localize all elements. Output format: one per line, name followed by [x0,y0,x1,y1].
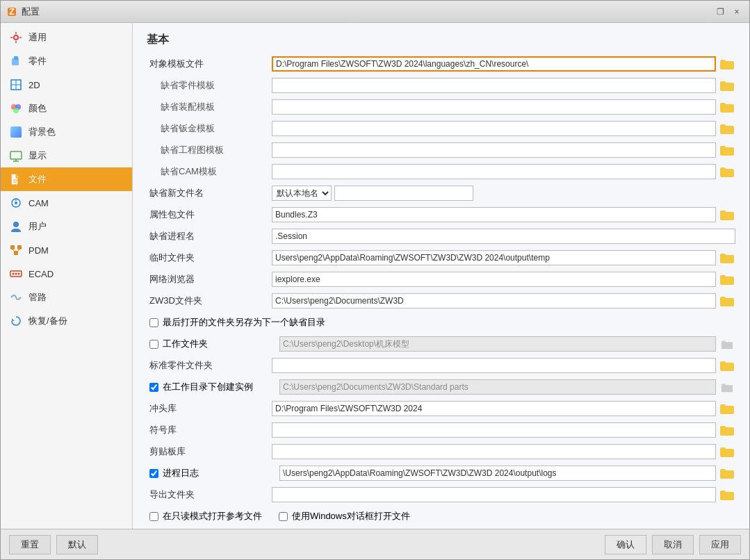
restore-button[interactable]: ❐ [713,5,727,19]
folder-btn-template-file[interactable] [719,56,735,72]
row-drawing-template: 缺省工程图模板 [147,140,735,160]
cb-readonly-ref[interactable] [149,512,158,521]
input-clipboard-lib[interactable] [272,444,716,459]
row-work-folder: 工作文件夹 [147,334,735,354]
input-temp-folder[interactable] [272,250,716,265]
file-icon [9,172,23,186]
app-icon: Z [6,6,17,17]
cancel-button[interactable]: 取消 [652,535,694,554]
input-area-browser [272,271,735,288]
folder-btn-standard-parts-folder[interactable] [719,357,735,374]
close-button[interactable]: × [730,5,744,19]
folder-btn-cam-template[interactable] [719,163,735,180]
input-browser[interactable] [272,272,716,287]
input-cam-template[interactable] [272,164,716,179]
folder-btn-process-log[interactable] [719,465,735,481]
label-temp-folder: 临时文件夹 [147,252,272,264]
svg-point-21 [13,222,19,227]
folder-btn-assembly-template[interactable] [719,99,735,115]
sidebar-item-display[interactable]: 显示 [1,144,132,167]
sidebar-label-user: 用户 [28,220,47,233]
folder-btn-part-template[interactable] [719,77,735,94]
sidebar-item-color[interactable]: 颜色 [1,97,132,120]
sidebar-item-recover[interactable]: 恢复/备份 [1,309,132,333]
row-process-log: 进程日志 [147,463,735,483]
folder-btn-drawing-template[interactable] [719,142,735,158]
input-work-folder[interactable] [279,336,716,352]
sidebar-item-cam[interactable]: CAM [1,191,132,215]
input-area-process-log [279,465,735,481]
input-area-symbol-lib [272,422,735,438]
folder-btn-clipboard-lib[interactable] [719,443,735,460]
folder-btn-punch-lib[interactable] [719,400,735,417]
svg-rect-12 [10,151,22,159]
row-temp-folder: 临时文件夹 [147,248,735,267]
input-export-folder[interactable] [272,487,716,502]
cb-create-instance[interactable] [149,383,158,392]
sidebar-item-2d[interactable]: 2D [1,73,132,97]
apply-button[interactable]: 应用 [699,535,741,554]
sidebar-item-bgcolor[interactable]: 背景色 [1,120,132,144]
svg-text:Z: Z [9,6,15,17]
color-icon [9,101,23,115]
cb-windows-dialog[interactable] [279,512,288,521]
input-assembly-template[interactable] [272,99,716,115]
sidebar-item-pdm[interactable]: PDM [1,238,132,262]
svg-point-28 [13,273,15,275]
folder-btn-export-folder[interactable] [719,486,735,503]
svg-point-2 [14,35,18,40]
label-process-log: 进程日志 [163,467,279,479]
cb-work-folder[interactable] [149,340,158,349]
sidebar-item-ecad[interactable]: ECAD [1,262,132,286]
input-process-log[interactable] [279,466,716,481]
input-area-clipboard-lib [272,443,735,460]
folder-btn-browser[interactable] [719,271,735,288]
input-zw3d-folder[interactable] [272,293,716,308]
reset-button[interactable]: 重置 [9,535,51,554]
general-icon [9,31,23,44]
recover-icon [9,314,23,328]
folder-btn-bundle-file[interactable] [719,206,735,223]
input-symbol-lib[interactable] [272,422,716,438]
folder-btn-sheetmetal-template[interactable] [719,120,735,137]
default-button[interactable]: 默认 [56,535,98,554]
sidebar-item-part[interactable]: 零件 [1,49,132,73]
row-zw3d-folder: ZW3D文件夹 [147,291,735,311]
input-sheetmetal-template[interactable] [272,121,716,136]
folder-btn-temp-folder[interactable] [719,249,735,266]
row-last-folder-cb: 最后打开的文件夹另存为下一个缺省目录 [147,313,735,332]
ok-button[interactable]: 确认 [605,535,646,554]
ecad-icon [9,267,23,281]
input-standard-parts-folder[interactable] [272,358,716,373]
input-template-file[interactable] [272,56,716,72]
sidebar-item-pipe[interactable]: 管路 [1,286,132,309]
sidebar-label-file: 文件 [28,173,47,186]
input-part-template[interactable] [272,78,716,93]
cb-process-log[interactable] [149,469,158,478]
input-punch-lib[interactable] [272,401,716,416]
select-default-filename[interactable]: 默认本地名 [272,186,332,201]
input-area-temp-folder [272,249,735,266]
folder-btn-create-instance[interactable] [719,379,735,395]
sidebar-label-pipe: 管路 [28,291,47,304]
bottom-bar: 重置 默认 确认 取消 应用 [1,529,749,559]
folder-btn-work-folder[interactable] [719,336,735,352]
sidebar-item-user[interactable]: 用户 [1,215,132,238]
sidebar-item-file[interactable]: 文件 [1,167,132,191]
row-symbol-lib: 符号库 [147,420,735,440]
sidebar-label-ecad: ECAD [28,269,54,279]
row-bundle-file: 属性包文件 [147,205,735,224]
window-title: 配置 [22,6,713,18]
input-create-instance[interactable] [279,379,716,395]
folder-btn-zw3d-folder[interactable] [719,293,735,309]
input-session-name[interactable] [272,229,735,244]
input-default-filename-extra[interactable] [334,186,473,201]
cb-last-folder[interactable] [149,318,158,327]
input-bundle-file[interactable] [272,207,716,222]
row-browser: 网络浏览器 [147,270,735,289]
input-drawing-template[interactable] [272,142,716,158]
bgcolor-icon [9,125,23,139]
sidebar-label-color: 颜色 [28,102,47,115]
folder-btn-symbol-lib[interactable] [719,422,735,438]
sidebar-item-general[interactable]: 通用 [1,26,132,49]
